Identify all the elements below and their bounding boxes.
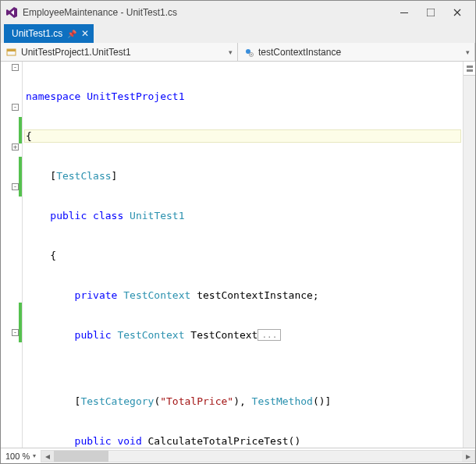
scroll-left-button[interactable]: ◂: [41, 451, 54, 462]
chevron-down-icon: ▾: [33, 452, 36, 459]
svg-rect-1: [427, 9, 435, 16]
class-icon: [5, 47, 16, 58]
collapsed-region-icon[interactable]: ...: [258, 329, 281, 341]
tab-unittest1[interactable]: UnitTest1.cs 📌 ✕: [4, 24, 94, 43]
pin-icon[interactable]: 📌: [67, 30, 76, 38]
svg-rect-7: [467, 69, 473, 72]
tab-close-icon[interactable]: ✕: [81, 28, 89, 39]
scroll-thumb[interactable]: [54, 451, 108, 462]
chevron-down-icon: ▾: [229, 48, 233, 56]
split-view-button[interactable]: [464, 62, 475, 76]
editor-gutter[interactable]: - - + - -: [1, 62, 23, 448]
zoom-level[interactable]: 100 % ▾: [1, 452, 41, 461]
outline-toggle[interactable]: +: [12, 143, 19, 151]
tab-label: UnitTest1.cs: [12, 28, 62, 39]
window-title: EmployeeMaintenance - UnitTest1.cs: [23, 7, 386, 18]
outline-toggle[interactable]: -: [12, 329, 19, 336]
vs-logo-icon: [5, 6, 18, 19]
close-button[interactable]: [444, 4, 471, 21]
document-tab-bar: UnitTest1.cs 📌 ✕: [1, 24, 475, 43]
svg-rect-6: [467, 66, 473, 68]
vertical-scrollbar[interactable]: [463, 62, 475, 448]
type-dropdown-label: UnitTestProject1.UnitTest1: [21, 47, 131, 58]
outline-toggle[interactable]: -: [12, 183, 19, 190]
change-marker: [19, 157, 22, 197]
svg-rect-3: [7, 49, 16, 51]
minimize-button[interactable]: [391, 4, 417, 21]
code-content[interactable]: namespace UnitTestProject1 { [TestClass]…: [23, 62, 463, 448]
maximize-button[interactable]: [417, 4, 444, 21]
code-editor[interactable]: - - + - - namespace UnitTestProject1 { […: [1, 62, 475, 448]
status-bar: 100 % ▾ ◂ ▸: [1, 448, 475, 463]
member-dropdown[interactable]: testContextInstance ▾: [238, 43, 475, 61]
type-dropdown[interactable]: UnitTestProject1.UnitTest1 ▾: [1, 43, 238, 61]
horizontal-scrollbar[interactable]: ◂ ▸: [41, 450, 475, 462]
scroll-right-button[interactable]: ▸: [462, 451, 474, 462]
svg-rect-0: [400, 12, 408, 13]
change-marker: [19, 303, 22, 342]
outline-toggle[interactable]: -: [12, 64, 19, 71]
outline-toggle[interactable]: -: [12, 104, 19, 111]
change-marker: [19, 117, 22, 143]
title-bar: EmployeeMaintenance - UnitTest1.cs: [1, 1, 475, 24]
member-dropdown-label: testContextInstance: [258, 47, 341, 58]
chevron-down-icon: ▾: [466, 48, 470, 56]
navigation-bar: UnitTestProject1.UnitTest1 ▾ testContext…: [1, 43, 475, 62]
field-icon: [243, 47, 254, 58]
window-controls: [391, 4, 471, 21]
